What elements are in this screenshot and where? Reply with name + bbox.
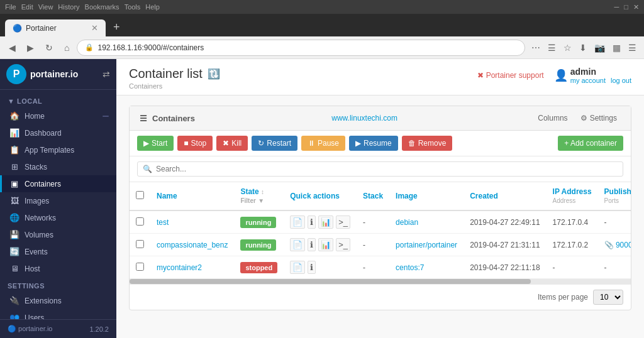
- sidebar-item-images[interactable]: 🖼 Images: [0, 192, 116, 209]
- restart-btn[interactable]: ↻ Restart: [252, 136, 297, 151]
- bookmark-icon[interactable]: ☆: [561, 40, 574, 55]
- col-state[interactable]: State ↕ Filter ▼: [234, 182, 284, 210]
- file-icon[interactable]: 📄: [290, 261, 305, 274]
- linuxtechi-text: www.linuxtechi.com: [331, 114, 397, 123]
- menu-view[interactable]: View: [38, 3, 53, 11]
- volumes-icon: 💾: [9, 230, 19, 239]
- my-account-link[interactable]: my account: [570, 77, 606, 84]
- resume-btn[interactable]: ▶ Resume: [349, 136, 398, 151]
- sidebar-item-extensions[interactable]: 🔌 Extensions: [0, 292, 116, 309]
- row-checkbox[interactable]: [136, 217, 144, 226]
- row-name: mycontainer2: [150, 256, 234, 279]
- image-link[interactable]: portainer/portainer: [396, 241, 457, 249]
- row-ip: 172.17.0.2: [547, 234, 598, 256]
- menu-help[interactable]: Help: [145, 3, 160, 11]
- page-title: Container list 🔃: [129, 67, 220, 81]
- home-icon: 🏠: [9, 111, 19, 121]
- image-link[interactable]: centos:7: [396, 263, 424, 272]
- col-created[interactable]: Created: [464, 182, 546, 210]
- action-icons: 📄 ℹ 📊>_: [290, 215, 350, 229]
- browser-tab[interactable]: 🔵 Portainer ✕: [5, 19, 106, 36]
- address-bar[interactable]: 🔒 192.168.1.16:9000/#/containers: [77, 40, 525, 56]
- screenshot-icon[interactable]: 📷: [592, 40, 608, 55]
- col-ip[interactable]: IP Address Address: [547, 182, 598, 210]
- sidebar-item-home[interactable]: 🏠 Home: [0, 107, 116, 124]
- portainer-footer-logo: 🔵 portainer.io: [8, 325, 52, 333]
- col-stack[interactable]: Stack: [357, 182, 389, 210]
- row-checkbox[interactable]: [136, 263, 144, 271]
- menu-tools[interactable]: Tools: [125, 3, 141, 11]
- columns-btn[interactable]: Columns: [534, 112, 571, 124]
- start-btn[interactable]: ▶ Start: [137, 136, 174, 151]
- select-all-checkbox[interactable]: [136, 191, 144, 199]
- container-name-link[interactable]: compassionate_benz: [157, 241, 228, 249]
- row-checkbox[interactable]: [136, 240, 144, 248]
- home-btn[interactable]: ⌂: [60, 40, 73, 55]
- url-text: 192.168.1.16:9000/#/containers: [97, 43, 517, 52]
- row-actions: 📄 ℹ: [284, 256, 357, 279]
- kill-btn[interactable]: ✖ Kill: [216, 136, 248, 151]
- image-link[interactable]: debian: [396, 218, 418, 227]
- col-name[interactable]: Name: [150, 182, 234, 210]
- tab-close-btn[interactable]: ✕: [91, 23, 98, 33]
- stats-icon[interactable]: 📊: [318, 238, 333, 251]
- sidebar-item-host[interactable]: 🖥 Host: [0, 260, 116, 277]
- info-icon[interactable]: ℹ: [308, 215, 316, 229]
- stop-btn[interactable]: ■ Stop: [177, 136, 213, 151]
- sidebar-item-dashboard[interactable]: 📊 Dashboard: [0, 124, 116, 141]
- info-icon[interactable]: ℹ: [308, 238, 316, 251]
- back-btn[interactable]: ◀: [5, 40, 19, 55]
- col-image[interactable]: Image: [389, 182, 464, 210]
- container-name-link[interactable]: test: [157, 218, 169, 227]
- pause-btn[interactable]: ⏸ Pause: [301, 136, 345, 151]
- breadcrumb: Containers: [129, 82, 220, 90]
- log-out-link[interactable]: log out: [611, 77, 631, 84]
- pocket-icon[interactable]: ☰: [545, 40, 558, 55]
- forward-btn[interactable]: ▶: [23, 40, 38, 55]
- settings-btn[interactable]: ⚙ Settings: [577, 112, 621, 124]
- info-icon[interactable]: ℹ: [308, 261, 316, 274]
- menu-history[interactable]: History: [58, 3, 79, 11]
- sidebar-item-networks[interactable]: 🌐 Networks: [0, 209, 116, 226]
- console-icon[interactable]: >_: [336, 215, 350, 229]
- download-icon[interactable]: ⬇: [577, 40, 589, 55]
- search-input[interactable]: [156, 165, 618, 173]
- row-created: 2019-04-27 22:11:18: [464, 256, 546, 279]
- add-container-btn[interactable]: + Add container: [558, 136, 623, 151]
- support-link[interactable]: ✖ Portainer support: [477, 71, 544, 80]
- col-ports[interactable]: Published Ports Ports: [598, 182, 631, 210]
- select-all-col[interactable]: [130, 182, 150, 210]
- containers-table-wrapper: Name State ↕ Filter ▼: [130, 182, 631, 279]
- sidebar-item-events[interactable]: 🔄 Events: [0, 243, 116, 260]
- maximize-btn[interactable]: □: [624, 3, 628, 11]
- container-name-link[interactable]: mycontainer2: [157, 263, 202, 272]
- items-per-page-select[interactable]: 10 25 50: [593, 290, 623, 305]
- row-stack: -: [357, 234, 389, 256]
- row-actions: 📄 ℹ 📊>_: [284, 210, 357, 234]
- new-tab-btn[interactable]: +: [108, 18, 125, 36]
- extensions-icon[interactable]: ⋯: [529, 40, 543, 55]
- sidebar-item-stacks[interactable]: ⊞ Stacks: [0, 158, 116, 175]
- reload-btn[interactable]: ↻: [42, 40, 57, 55]
- minimize-btn[interactable]: ─: [614, 3, 619, 11]
- stats-icon[interactable]: 📊: [318, 215, 333, 229]
- menu-file[interactable]: File: [5, 3, 16, 11]
- console-icon[interactable]: >_: [336, 238, 350, 251]
- menu-bookmarks[interactable]: Bookmarks: [85, 3, 119, 11]
- remove-btn[interactable]: 🗑 Remove: [402, 136, 453, 151]
- sidebar-item-users[interactable]: 👥 Users: [0, 309, 116, 319]
- sync-icon[interactable]: ▦: [610, 40, 623, 55]
- menu-icon[interactable]: ☰: [626, 40, 639, 55]
- file-icon[interactable]: 📄: [290, 215, 305, 229]
- menu-edit[interactable]: Edit: [21, 3, 33, 11]
- file-icon[interactable]: 📄: [290, 238, 305, 251]
- row-checkbox-cell: [130, 256, 150, 279]
- horizontal-scrollbar[interactable]: [130, 279, 631, 284]
- sidebar-item-app-templates[interactable]: 📋 App Templates: [0, 141, 116, 158]
- port-link[interactable]: 📎 9000:9000: [604, 241, 631, 249]
- sidebar-swap-icon[interactable]: ⇄: [103, 69, 110, 79]
- refresh-icon[interactable]: 🔃: [208, 68, 220, 80]
- sidebar-item-containers[interactable]: ▣ Containers: [0, 175, 116, 192]
- close-btn[interactable]: ✕: [633, 3, 639, 11]
- sidebar-item-volumes[interactable]: 💾 Volumes: [0, 226, 116, 243]
